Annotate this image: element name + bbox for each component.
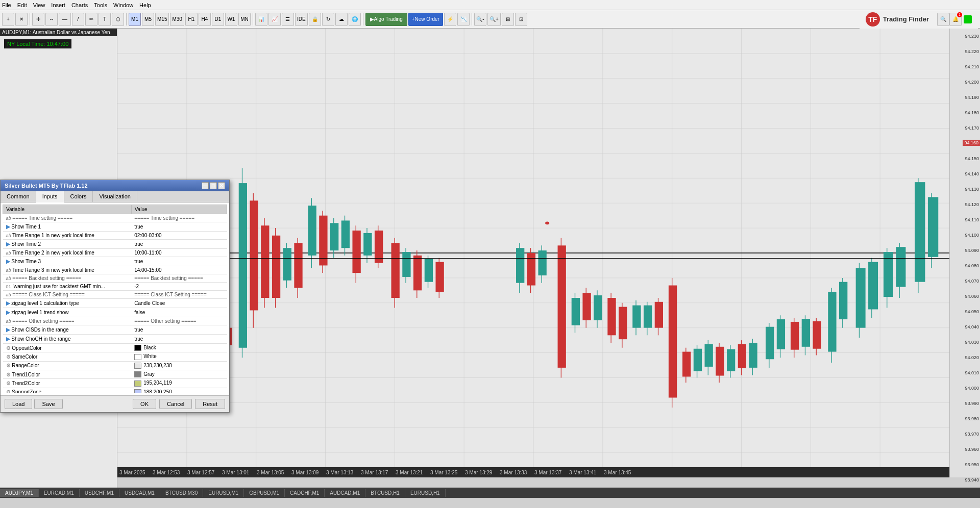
notification-button[interactable]: 🔔1 [949,13,962,26]
table-row[interactable]: ⚙ Trend2Color 195,204,119 [3,379,227,388]
table-row[interactable]: ▶ zigzag level 1 trend show false [3,308,227,317]
tb-m1[interactable]: M1 [129,13,141,26]
tb-new[interactable]: + [2,13,14,26]
tb-m15[interactable]: M15 [155,13,169,26]
value-cell[interactable]: 02:00-03:00 [131,232,227,240]
table-row[interactable]: ▶ Show Time 2 true [3,240,227,249]
tab-gbpusd-m1[interactable]: GBPUSD,M1 [244,489,285,497]
table-row[interactable]: ab ===== Other setting ===== ===== Other… [3,317,227,325]
tb-crosshair[interactable]: ✛ [32,13,44,26]
table-row[interactable]: ⚙ OppositColor Black [3,344,227,352]
tab-eurusd-h1[interactable]: EURUSD,H1 [405,489,446,497]
tb-hline[interactable]: — [59,13,71,26]
menu-view[interactable]: View [33,2,45,8]
tb-equity[interactable]: ⚡ [444,13,456,26]
chart-area[interactable] [117,29,949,477]
value-cell[interactable]: Candle Close [131,299,227,308]
tb-cloud[interactable]: ☁ [335,13,348,26]
value-cell[interactable]: 14:00-15:00 [131,266,227,274]
algo-trading-button[interactable]: ▶ Algo Trading [365,13,407,26]
dialog-tab-common[interactable]: Common [1,191,36,202]
table-row[interactable]: ▶ zigzag level 1 calculation type Candle… [3,299,227,308]
tb-fullscreen[interactable]: ⊡ [515,13,527,26]
tb-h4[interactable]: H4 [199,13,211,26]
tb-m30[interactable]: M30 [170,13,184,26]
tb-d1[interactable]: D1 [212,13,224,26]
value-cell[interactable]: 188,200,250 [131,388,227,393]
tb-zoom-out[interactable]: 🔍- [474,13,486,26]
menu-tools[interactable]: Tools [94,2,107,8]
tb-text[interactable]: T [99,13,111,26]
value-cell[interactable]: true [131,240,227,249]
tb-shapes[interactable]: ⬡ [112,13,124,26]
menu-file[interactable]: File [2,2,11,8]
cancel-button[interactable]: Cancel [159,399,192,409]
ok-button[interactable]: OK [133,399,156,409]
value-cell[interactable]: true [131,325,227,335]
params-table-container[interactable]: Variable Value ab ===== Time setting ===… [3,205,227,393]
table-row[interactable]: ⚙ SupportZone 188,200,250 [3,388,227,393]
tab-btcusd-h1[interactable]: BTCUSD,H1 [365,489,405,497]
table-row[interactable]: ⚙ RangeColor 230,230,230 [3,361,227,370]
tb-w1[interactable]: W1 [225,13,237,26]
value-cell[interactable]: 10:00-11:00 [131,249,227,257]
value-cell[interactable]: Black [131,344,227,352]
table-row[interactable]: 01 !warning just use for backtest GMT mi… [3,283,227,291]
table-row[interactable]: ab Time Range 3 in new york local time 1… [3,266,227,274]
table-row[interactable]: ▶ Show ChoCH in the range true [3,335,227,344]
table-row[interactable]: ▶ Show Time 3 true [3,257,227,266]
tb-h1[interactable]: H1 [185,13,198,26]
value-cell[interactable]: false [131,308,227,317]
table-row[interactable]: ab ===== Backtest setting ===== ===== Ba… [3,274,227,283]
menu-charts[interactable]: Charts [71,2,88,8]
menu-edit[interactable]: Edit [17,2,27,8]
tab-usdchf-m1[interactable]: USDCHF,M1 [80,489,119,497]
tb-earth[interactable]: 🌐 [349,13,361,26]
tb-indicators[interactable]: 📈 [268,13,281,26]
tab-eurusd-m1[interactable]: EURUSD,M1 [203,489,244,497]
tb-refresh[interactable]: ↻ [322,13,334,26]
tb-grid[interactable]: ⊞ [502,13,514,26]
tb-mn[interactable]: MN [238,13,251,26]
dialog-tab-visualization[interactable]: Visualization [93,191,137,202]
value-cell[interactable]: true [131,257,227,266]
tb-chart-type[interactable]: 📊 [255,13,267,26]
tb-lock[interactable]: 🔒 [309,13,321,26]
reset-button[interactable]: Reset [195,399,225,409]
menu-help[interactable]: Help [139,2,151,8]
table-row[interactable]: ⚙ Trend1Color Gray [3,370,227,379]
new-order-button[interactable]: + New Order [408,13,443,26]
tab-cadchf-m1[interactable]: CADCHF,M1 [285,489,325,497]
value-cell[interactable]: 230,230,230 [131,361,227,370]
menu-window[interactable]: Window [113,2,133,8]
save-button[interactable]: Save [34,399,62,409]
table-row[interactable]: ab Time Range 2 in new york local time 1… [3,249,227,257]
value-cell[interactable]: Gray [131,370,227,379]
value-cell[interactable]: true [131,335,227,344]
tb-m5[interactable]: M5 [142,13,154,26]
table-row[interactable]: ab Time Range 1 in new york local time 0… [3,232,227,240]
tab-eurcad-m1[interactable]: EURCAD,M1 [39,489,80,497]
tb-templates[interactable]: ☰ [282,13,294,26]
tb-close[interactable]: ✕ [15,13,28,26]
table-row[interactable]: ▶ Show Time 1 true [3,222,227,232]
tb-ide[interactable]: IDE [295,13,308,26]
tab-audjpy-m1[interactable]: AUDJPY,M1 [0,489,39,497]
tb-trade[interactable]: 📉 [457,13,470,26]
value-cell[interactable]: -2 [131,283,227,291]
value-cell[interactable]: 195,204,119 [131,379,227,388]
dialog-minimize-button[interactable]: — [202,182,209,189]
value-cell[interactable]: White [131,352,227,361]
tb-pencil[interactable]: ✏ [85,13,97,26]
dialog-maximize-button[interactable]: □ [210,182,217,189]
tb-zoom-in[interactable]: 🔍+ [487,13,501,26]
load-button[interactable]: Load [5,399,32,409]
tab-audcad-m1[interactable]: AUDCAD,M1 [325,489,365,497]
table-row[interactable]: ▶ Show CISDs in the range true [3,325,227,335]
value-cell[interactable]: true [131,222,227,232]
dialog-tab-colors[interactable]: Colors [64,191,93,202]
tb-line[interactable]: ↔ [45,13,58,26]
dialog-tab-inputs[interactable]: Inputs [36,191,64,202]
tb-trend[interactable]: / [72,13,84,26]
table-row[interactable]: ab ===== Time setting ===== ===== Time s… [3,214,227,222]
